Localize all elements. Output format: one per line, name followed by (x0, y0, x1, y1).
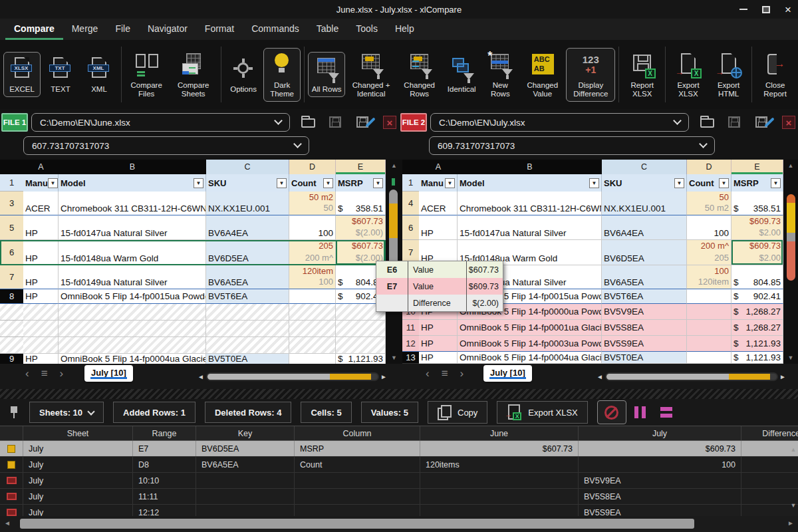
grid-cell[interactable]: BV5T6EA (602, 289, 687, 304)
sheet-list-icon[interactable]: ≡ (41, 367, 48, 380)
row-number[interactable]: 1 (402, 174, 419, 192)
scroll-right-icon[interactable]: ► (779, 372, 786, 381)
grid-cell[interactable]: $607.73$(2.00) (336, 215, 386, 240)
column-header-a[interactable]: A (419, 160, 458, 174)
grid-cell[interactable]: 205200 m^ (289, 240, 336, 265)
filter-dropdown-icon[interactable]: ▼ (771, 178, 781, 188)
filter-dropdown-icon[interactable]: ▼ (719, 178, 729, 188)
column-header-c[interactable]: C (602, 160, 687, 174)
grid-cell[interactable]: 100 (687, 215, 732, 240)
grid-cell[interactable]: OmniBook 5 Flip 14-fp0015ua Powder Pin (59, 289, 206, 304)
maximize-icon[interactable] (762, 6, 770, 13)
scroll-down-icon[interactable]: ▼ (386, 353, 402, 362)
grid-corner[interactable] (0, 160, 23, 174)
results-row[interactable]: July11:11BV5S8EA (0, 489, 798, 505)
menu-item-commands[interactable]: Commands (243, 19, 308, 40)
grid-cell[interactable]: OmniBook 5 Flip 14-fp0004ua Glacier Silv (59, 354, 206, 364)
menu-item-file[interactable]: File (106, 19, 139, 40)
results-header-june[interactable]: June (420, 426, 579, 440)
toolbar-button-dark-theme[interactable]: Dark Theme (263, 48, 301, 102)
grid-cell[interactable]: HP (419, 352, 458, 364)
menu-item-table[interactable]: Table (308, 19, 347, 40)
toolbar-button-display-difference[interactable]: 123+1Display Difference (566, 48, 615, 102)
scroll-right-icon[interactable]: ► (787, 519, 794, 527)
grid-cell[interactable]: BV5T6EA (206, 289, 289, 304)
save-file-button[interactable] (329, 115, 343, 130)
scroll-up-icon[interactable]: ▲ (783, 161, 798, 170)
results-header-sheet[interactable]: Sheet (23, 426, 133, 440)
toolbar-button-changed-identical[interactable]: Changed + Identical (346, 48, 396, 102)
toolbar-button-options[interactable]: Options (225, 52, 262, 97)
copy-button[interactable]: Copy (428, 401, 487, 424)
grid-cell[interactable]: 15-fd0147ua Natural Silver (458, 215, 602, 240)
results-row[interactable]: JulyD8BV6A5EACount120items100 (0, 457, 798, 473)
next-sheet-icon[interactable]: › (460, 367, 464, 380)
grid-cell[interactable]: 5050 m2 (687, 192, 732, 215)
grid-cell[interactable]: BV5S9EA (602, 336, 687, 352)
left-grid-horizontal-scrollbar[interactable] (206, 372, 379, 381)
results-row[interactable]: JulyE7BV6D5EAMSRP$607.73$609.73 (0, 441, 798, 457)
column-header-d[interactable]: D (687, 160, 732, 174)
grid-cell[interactable]: HP (23, 289, 59, 304)
toolbar-button-all-rows[interactable]: All Rows (308, 52, 345, 97)
grid-cell[interactable]: $609.73$2.00 (732, 215, 783, 240)
grid-cell[interactable]: Chromebook 311 CB311-12H-C6WN (59, 192, 206, 215)
stat-button-cells-5[interactable]: Cells: 5 (301, 402, 351, 423)
scroll-left-icon[interactable]: ◄ (4, 519, 11, 527)
grid-cell[interactable] (687, 289, 732, 304)
toolbar-button-compare-files[interactable]: Compare Files (125, 48, 168, 102)
grid-cell[interactable]: 200 m^205 (687, 240, 732, 265)
row-number[interactable]: 4 (402, 192, 419, 215)
grid-cell[interactable] (289, 354, 336, 364)
grid-cell[interactable]: $609.73$2.00 (732, 240, 783, 265)
toolbar-button-export-html[interactable]: →Export HTML (709, 48, 748, 102)
column-header-d[interactable]: D (289, 160, 336, 174)
scroll-thumb[interactable] (389, 190, 398, 268)
close-icon[interactable]: × (785, 4, 791, 15)
grid-cell[interactable]: HP (23, 265, 59, 289)
filter-dropdown-icon[interactable]: ▼ (589, 178, 599, 188)
close-file2-button[interactable]: × (782, 115, 797, 130)
menu-item-format[interactable]: Format (196, 19, 243, 40)
results-row[interactable]: July12:12BV5S9EA (0, 505, 798, 516)
grid-cell[interactable]: BV6A4EA (602, 215, 687, 240)
grid-cell[interactable]: $1,121.93 (732, 352, 783, 364)
grid-cell[interactable]: $804.85 (732, 265, 783, 289)
grid-cell[interactable]: ACER (23, 192, 59, 215)
scroll-thumb[interactable] (20, 519, 694, 529)
row-number[interactable]: 9 (0, 354, 23, 364)
file1-value-combo[interactable]: 607.731707317073 (23, 136, 309, 155)
right-grid-horizontal-scrollbar[interactable] (605, 372, 778, 381)
scroll-down-icon[interactable]: ▼ (783, 353, 798, 362)
toolbar-button-close-report[interactable]: →Close Report (755, 48, 795, 102)
results-header-key[interactable]: Key (196, 426, 295, 440)
column-header-b[interactable]: B (59, 160, 206, 174)
grid-cell[interactable]: BV6A4EA (206, 215, 289, 240)
menu-item-help[interactable]: Help (386, 19, 423, 40)
prev-sheet-icon[interactable]: ‹ (426, 367, 430, 380)
toolbar-button-text[interactable]: TXTTEXT (42, 52, 79, 97)
toolbar-button-report-xlsx[interactable]: XReport XLSX (622, 48, 662, 102)
grid-cell[interactable]: $1,268.27 (732, 320, 783, 336)
stat-button-added-rows-1[interactable]: Added Rows: 1 (113, 402, 196, 423)
grid-cell[interactable]: 50 m250 (289, 192, 336, 215)
export-xlsx-button[interactable]: X→Export XLSX (497, 401, 587, 424)
grid-cell[interactable]: BV5S8EA (602, 320, 687, 336)
close-file1-button[interactable]: × (383, 115, 398, 130)
grid-corner[interactable] (402, 160, 419, 174)
pin-icon[interactable] (8, 405, 21, 420)
grid-cell[interactable]: HP (23, 240, 59, 265)
grid-cell[interactable]: 15-fd0148ua Warm Gold (59, 240, 206, 265)
grid-cell[interactable]: 15-fd0147ua Natural Silver (59, 215, 206, 240)
scroll-right-icon[interactable]: ► (380, 372, 387, 381)
row-number[interactable]: 7 (0, 265, 23, 289)
file1-path-combo[interactable]: C:\Demo\EN\June.xlsx (31, 113, 290, 132)
open-file-button[interactable] (700, 115, 715, 130)
scroll-down-icon[interactable]: ▼ (789, 501, 798, 510)
toolbar-button-identical[interactable]: Identical (443, 52, 480, 97)
grid-cell[interactable]: BV6D5EA (602, 240, 687, 265)
results-header-marker[interactable] (0, 426, 23, 440)
filter-dropdown-icon[interactable]: ▼ (674, 178, 684, 188)
grid-cell[interactable]: $902.41 (732, 289, 783, 304)
grid-cell[interactable]: OmniBook 5 Flip 14-fp0001ua Glacier Silv (458, 320, 602, 336)
